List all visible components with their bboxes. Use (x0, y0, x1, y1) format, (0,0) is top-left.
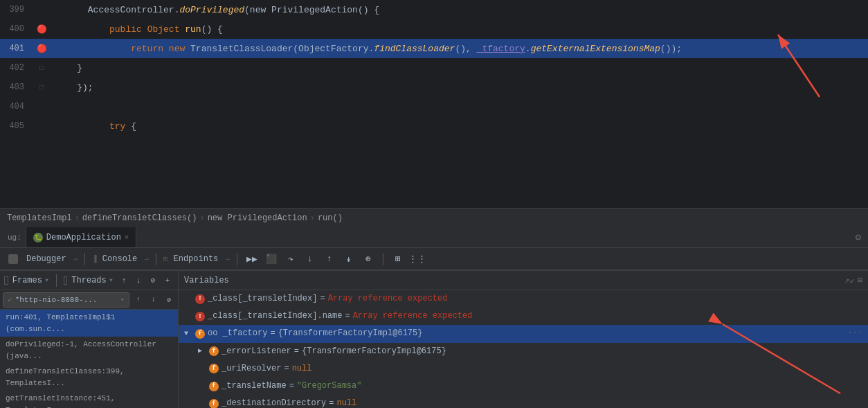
toolbar-section-console: ▐ Console → (92, 254, 149, 264)
three-dots-tfactory: ··· (847, 327, 862, 340)
bug-icon: 🐛 (33, 233, 43, 242)
resume-btn[interactable]: ▶▶ (244, 251, 260, 267)
toolbar-divider-2 (156, 253, 156, 265)
var-item-errorlistener[interactable]: ▶ f _errorListener = {TransformerFactory… (179, 343, 868, 360)
step-into-btn[interactable]: ↓ (302, 251, 318, 267)
breadcrumb-item-1: TemplatesImpl (7, 213, 72, 223)
frame-item-1[interactable]: doPrivileged:-1, AccessController (java.… (0, 337, 178, 364)
toolbar-section-endpoints: ⊞ Endpoints → (163, 254, 230, 264)
thread-check-icon: ✓ (8, 295, 12, 304)
debug-panels: Frames ▾ Threads ▾ ↑ ↓ ⊘ + ✓ *http-nio-8… (0, 270, 868, 408)
variables-header: Variables ↗↙ ⊞ (179, 271, 868, 290)
frames-label[interactable]: Frames ▾ (12, 275, 49, 285)
fold-icon-403: □ (39, 84, 44, 91)
field-icon-transletname: f (209, 382, 219, 391)
run-to-cursor-btn[interactable]: ↡ (341, 251, 356, 267)
var-item-destdir[interactable]: f _destinationDirectory = null (179, 395, 868, 408)
frames-add-btn[interactable]: + (161, 274, 174, 287)
toolbar-divider-3 (237, 253, 237, 265)
breadcrumb-item-4: run() (318, 213, 343, 223)
frame-list: run:401, TemplatesImpl$1 (com.sun.c... d… (0, 310, 178, 408)
code-line-403: 403 □ }); (0, 78, 868, 97)
tab-demo-application[interactable]: 🐛 DemoApplication × (26, 227, 137, 247)
frames-panel-header: Frames ▾ Threads ▾ ↑ ↓ ⊘ + (0, 271, 178, 290)
thread-selector: ✓ *http-nio-8080-... ▾ ↑ ↓ ⊘ (0, 290, 178, 310)
tab-bar: ug: 🐛 DemoApplication × ⚙ (0, 227, 868, 248)
tab-close-button[interactable]: × (125, 233, 129, 242)
field-icon-destdir: f (209, 399, 219, 408)
endpoints-arrow: → (225, 255, 230, 263)
vars-expand-icon[interactable]: ↗↙ (844, 275, 854, 285)
debug-label: ug: (3, 233, 26, 242)
var-item-error-2[interactable]: ! _class[_transletIndex].name = Array re… (179, 308, 868, 325)
evaluate-btn[interactable]: ⊕ (361, 251, 376, 267)
var-item-uriresolver[interactable]: f _uriResolver = null (179, 360, 868, 378)
var-item-transletname[interactable]: f _transletName = "GregorSamsa" (179, 378, 868, 395)
var-item-error-1[interactable]: ! _class[_transletIndex] = Array referen… (179, 290, 868, 308)
frame-item-2[interactable]: defineTransletClasses:399, TemplatesI... (0, 364, 178, 391)
variables-title: Variables (184, 276, 229, 285)
code-line-402: 402 □ } (0, 58, 868, 78)
frames-filter-btn[interactable]: ⊘ (147, 274, 159, 287)
debugger-arrow: → (73, 255, 78, 263)
breadcrumb-item-3: new PrivilegedAction (208, 213, 307, 223)
fold-icon-402: □ (39, 64, 44, 72)
variables-toolbar: ↗↙ ⊞ (844, 275, 862, 285)
step-over-btn[interactable]: ↷ (283, 251, 298, 267)
toolbar-section-main: Debugger → (6, 251, 78, 267)
code-editor: 399 AccessController.doPrivileged(new Pr… (0, 0, 868, 208)
error-icon-1: ! (195, 294, 205, 304)
field-icon-errorlistener: f (209, 346, 219, 356)
debugger-label[interactable]: Debugger (24, 254, 69, 264)
field-icon-tfactory: f (195, 329, 205, 339)
breadcrumb-item-2: defineTransletClasses() (82, 213, 197, 223)
breakpoint-red: 🔴 (37, 44, 47, 54)
debugger-icon (8, 254, 18, 264)
frames-toolbar: ↑ ↓ ⊘ + (118, 274, 174, 287)
thread-filter-btn[interactable]: ⊘ (163, 294, 175, 306)
breakpoint-orange: 🔴 (37, 24, 47, 35)
thread-down-btn[interactable]: ↓ (147, 294, 160, 306)
tab-title: DemoApplication (46, 233, 121, 242)
code-line-401: 401 🔴 return new TransletClassLoader(Obj… (0, 39, 868, 58)
vars-layout-icon[interactable]: ⊞ (858, 275, 862, 285)
stop-btn[interactable]: ⬛ (264, 251, 279, 267)
toolbar-divider-1 (84, 253, 85, 265)
thread-dropdown[interactable]: ✓ *http-nio-8080-... ▾ (3, 292, 129, 308)
code-line-405: 405 try { (0, 116, 868, 136)
threads-icon (64, 276, 68, 285)
endpoints-icon: ⊞ (163, 254, 168, 263)
debug-toolbar: Debugger → ▐ Console → ⊞ Endpoints → ▶▶ … (0, 248, 868, 270)
step-out-btn[interactable]: ↑ (322, 251, 337, 267)
frames-down-btn[interactable]: ↓ (132, 274, 145, 287)
console-icon: ▐ (92, 255, 97, 263)
breadcrumb: TemplatesImpl › defineTransletClasses() … (0, 208, 868, 227)
settings-icon[interactable]: ⚙ (856, 231, 868, 243)
thread-name: *http-nio-8080-... (15, 296, 98, 304)
thread-up-btn[interactable]: ↑ (132, 294, 145, 306)
toolbar-divider-4 (383, 253, 383, 265)
frame-item-0[interactable]: run:401, TemplatesImpl$1 (com.sun.c... (0, 310, 178, 337)
variables-list: ! _class[_transletIndex] = Array referen… (179, 290, 868, 408)
frames-icon (4, 276, 8, 285)
layout-btn[interactable]: ⊞ (390, 251, 406, 267)
var-item-tfactory[interactable]: ▼ f oo _tfactory = {TransformerFactoryIm… (179, 325, 868, 342)
debugger-tab[interactable] (6, 251, 21, 267)
thread-dropdown-arrow: ▾ (120, 295, 125, 304)
variables-panel: Variables ↗↙ ⊞ ! _class[_transletIndex] … (179, 271, 868, 408)
error-icon-2: ! (195, 312, 205, 321)
frames-up-btn[interactable]: ↑ (118, 274, 130, 287)
threads-label[interactable]: Threads ▾ (71, 275, 114, 285)
frames-panel: Frames ▾ Threads ▾ ↑ ↓ ⊘ + ✓ *http-nio-8… (0, 271, 179, 408)
console-label[interactable]: Console (100, 254, 140, 264)
more-btn[interactable]: ⋮⋮ (410, 251, 425, 267)
endpoints-label[interactable]: Endpoints (170, 254, 221, 264)
field-icon-uriresolver: f (209, 364, 219, 373)
frame-item-3[interactable]: getTransletInstance:451, TemplatesIm... (0, 391, 178, 408)
console-arrow: → (144, 255, 149, 263)
